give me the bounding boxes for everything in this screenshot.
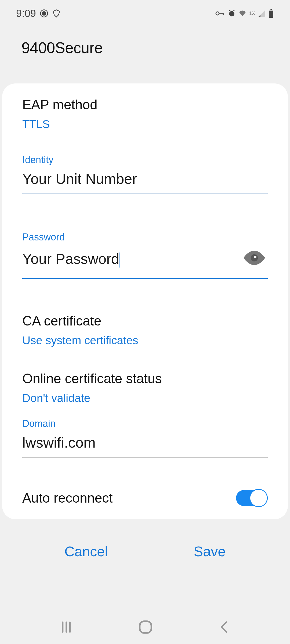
page-title: 9400Secure	[0, 27, 290, 83]
save-button[interactable]: Save	[183, 538, 237, 565]
svg-point-0	[42, 11, 46, 16]
show-password-icon[interactable]	[244, 250, 265, 266]
status-bar-left: 9:09	[16, 8, 61, 19]
ca-certificate-value: Use system certificates	[22, 334, 268, 347]
auto-reconnect-row[interactable]: Auto reconnect	[2, 474, 288, 519]
status-bar-right: 1X	[215, 9, 274, 18]
eap-method-value: TTLS	[22, 118, 268, 131]
auto-reconnect-toggle[interactable]	[236, 490, 268, 506]
ca-certificate-label: CA certificate	[22, 313, 268, 329]
dialog-button-row: Cancel Save	[0, 519, 290, 576]
battery-icon	[269, 9, 274, 18]
status-time: 9:09	[16, 8, 36, 19]
location-icon	[40, 9, 48, 18]
svg-point-10	[254, 256, 256, 258]
identity-field[interactable]: Identity	[2, 144, 288, 194]
password-label: Password	[22, 232, 268, 243]
identity-input[interactable]	[22, 166, 268, 194]
ocsp-row[interactable]: Online certificate status Don't validate	[2, 360, 288, 413]
home-icon[interactable]	[138, 619, 153, 636]
system-nav-bar	[0, 619, 290, 636]
back-icon[interactable]	[218, 620, 231, 635]
svg-rect-8	[269, 11, 273, 18]
auto-reconnect-label: Auto reconnect	[22, 490, 113, 506]
ocsp-value: Don't validate	[22, 392, 268, 405]
password-input[interactable]: Your Password	[22, 243, 268, 279]
domain-field[interactable]: Domain	[2, 413, 288, 458]
signal-icon	[258, 9, 266, 17]
svg-rect-4	[223, 13, 224, 15]
wifi-config-card: EAP method TTLS Identity Password Your P…	[2, 83, 288, 519]
alarm-icon	[228, 9, 236, 17]
network-label: 1X	[249, 11, 255, 16]
shield-outline-icon	[52, 9, 61, 18]
status-bar: 9:09 1X	[0, 0, 290, 27]
eap-method-label: EAP method	[22, 97, 268, 112]
wifi-icon	[238, 9, 247, 17]
svg-point-9	[251, 254, 258, 262]
svg-rect-14	[140, 621, 151, 633]
vpn-key-icon	[215, 10, 225, 17]
password-field[interactable]: Password Your Password	[2, 221, 288, 284]
identity-label: Identity	[22, 154, 268, 166]
eap-method-row[interactable]: EAP method TTLS	[2, 83, 288, 144]
domain-input[interactable]	[22, 429, 268, 458]
domain-label: Domain	[22, 418, 268, 429]
svg-rect-6	[270, 9, 272, 10]
cancel-button[interactable]: Cancel	[54, 538, 119, 565]
ocsp-label: Online certificate status	[22, 371, 268, 386]
svg-point-5	[229, 11, 234, 16]
recents-icon[interactable]	[59, 620, 74, 635]
ca-certificate-row[interactable]: CA certificate Use system certificates	[2, 300, 288, 360]
